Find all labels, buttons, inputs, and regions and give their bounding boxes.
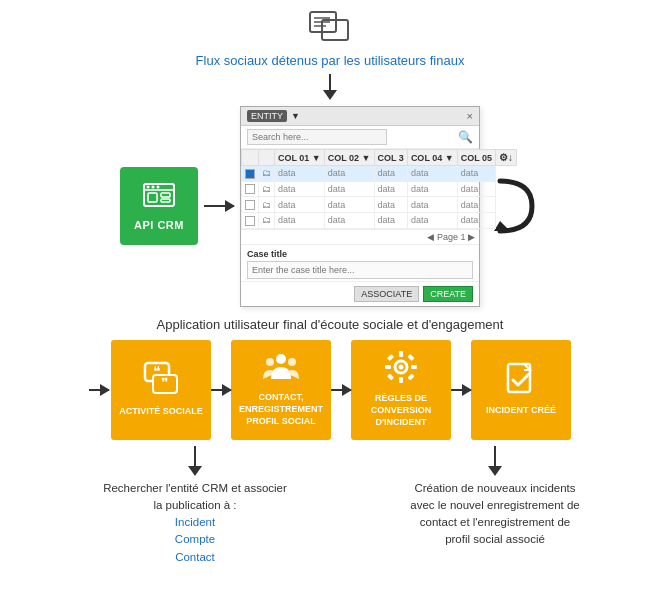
- cell-col05: data: [457, 197, 495, 213]
- case-title-label: Case title: [247, 249, 473, 259]
- case-section: Case title: [241, 244, 479, 281]
- svg-rect-29: [387, 374, 394, 381]
- flow-section: ❝ ❞ ACTIVITÉ SOCIALE: [20, 340, 640, 440]
- cell-col01: data: [275, 212, 325, 228]
- svg-point-7: [147, 186, 150, 189]
- svg-point-20: [288, 358, 296, 366]
- row-checkbox[interactable]: [242, 212, 259, 228]
- svg-rect-11: [161, 193, 170, 197]
- contact-icon: [263, 351, 299, 386]
- dialog-footer: ASSOCIATE CREATE: [241, 281, 479, 306]
- svg-rect-10: [148, 193, 157, 202]
- svg-rect-27: [387, 354, 394, 361]
- annotation-left: Rechercher l'entité CRM et associer la p…: [35, 446, 355, 566]
- svg-rect-24: [399, 377, 403, 383]
- top-section: Flux sociaux détenus par les utilisateur…: [20, 10, 640, 68]
- col-04-header[interactable]: COL 04 ▼: [407, 150, 457, 166]
- cell-col04: data: [407, 166, 457, 182]
- flow-box-contact: CONTACT, ENREGISTREMENT PROFIL SOCIAL: [231, 340, 331, 440]
- col-checkbox-header: [242, 150, 259, 166]
- flow-arrow-2: [331, 389, 351, 391]
- cell-col02: data: [324, 197, 374, 213]
- dialog-close-button[interactable]: ×: [467, 110, 473, 122]
- table-row[interactable]: 🗂 data data data data data: [242, 212, 517, 228]
- table-row[interactable]: 🗂 data data data data data: [242, 181, 517, 197]
- row-checkbox[interactable]: [242, 181, 259, 197]
- middle-section: API CRM ENTITY ▼ × 🔍: [20, 106, 640, 307]
- pagination[interactable]: ◀ Page 1 ▶: [241, 229, 479, 244]
- incident-icon: [505, 362, 537, 399]
- api-crm-icon: [143, 181, 175, 215]
- dialog-box: ENTITY ▼ × 🔍 COL 01 ▼ COL 02 ▼: [240, 106, 480, 307]
- associate-button[interactable]: ASSOCIATE: [354, 286, 419, 302]
- cell-col01: data: [275, 166, 325, 182]
- svg-rect-23: [399, 351, 403, 357]
- svg-point-8: [152, 186, 155, 189]
- top-label: Flux sociaux détenus par les utilisateur…: [196, 53, 465, 68]
- cell-col3: data: [374, 181, 407, 197]
- annotation-link-contact: Contact: [175, 551, 215, 563]
- search-icon[interactable]: 🔍: [458, 130, 473, 144]
- flow-box-incident: INCIDENT CRÉÉ: [471, 340, 571, 440]
- cell-col05: data: [457, 166, 495, 182]
- col-02-header[interactable]: COL 02 ▼: [324, 150, 374, 166]
- svg-rect-12: [161, 199, 170, 202]
- flow-box-label-incident: INCIDENT CRÉÉ: [486, 405, 556, 417]
- annotation-link-incident: Incident: [175, 516, 215, 528]
- arrow-top-to-middle: [20, 74, 640, 100]
- row-checkbox[interactable]: [242, 166, 259, 182]
- activite-sociale-icon: ❝ ❞: [143, 361, 179, 400]
- row-checkbox[interactable]: [242, 197, 259, 213]
- dialog-search-bar: 🔍: [241, 126, 479, 149]
- col-3-header[interactable]: COL 3: [374, 150, 407, 166]
- api-crm-box: API CRM: [120, 167, 198, 245]
- col-05-header: COL 05: [457, 150, 495, 166]
- flow-box-label-activite: ACTIVITÉ SOCIALE: [119, 406, 203, 418]
- cell-col02: data: [324, 181, 374, 197]
- flow-box-regles: RÈGLES DE CONVERSION D'INCIDENT: [351, 340, 451, 440]
- table-header-row: COL 01 ▼ COL 02 ▼ COL 3 COL 04 ▼ COL 05 …: [242, 150, 517, 166]
- case-title-input[interactable]: [247, 261, 473, 279]
- row-icon: 🗂: [259, 166, 275, 182]
- cell-col3: data: [374, 197, 407, 213]
- bottom-annotations: Rechercher l'entité CRM et associer la p…: [20, 446, 640, 566]
- col-icon-header: [259, 150, 275, 166]
- cell-col04: data: [407, 197, 457, 213]
- annotation-left-text: Rechercher l'entité CRM et associer la p…: [103, 480, 287, 566]
- svg-rect-26: [411, 365, 417, 369]
- arrow-crm-to-dialog: [204, 205, 234, 207]
- cell-col01: data: [275, 197, 325, 213]
- dialog-table: COL 01 ▼ COL 02 ▼ COL 3 COL 04 ▼ COL 05 …: [241, 149, 517, 229]
- svg-point-22: [399, 365, 404, 370]
- entity-badge: ENTITY: [247, 110, 287, 122]
- dialog-search-input[interactable]: [247, 129, 387, 145]
- svg-point-9: [157, 186, 160, 189]
- annotation-arrow-right: [488, 446, 502, 476]
- col-01-header[interactable]: COL 01 ▼: [275, 150, 325, 166]
- svg-rect-30: [407, 374, 414, 381]
- diagram-container: Flux sociaux détenus par les utilisateur…: [0, 0, 660, 586]
- flow-arrow-3: [451, 389, 471, 391]
- regles-icon: [384, 350, 418, 387]
- cell-col05: data: [457, 212, 495, 228]
- svg-point-18: [276, 354, 286, 364]
- svg-text:❞: ❞: [161, 376, 169, 391]
- cell-col04: data: [407, 212, 457, 228]
- flow-box-label-contact: CONTACT, ENREGISTREMENT PROFIL SOCIAL: [237, 392, 325, 427]
- svg-point-19: [266, 358, 274, 366]
- table-row[interactable]: 🗂 data data data data data: [242, 166, 517, 182]
- cell-col01: data: [275, 181, 325, 197]
- dialog-titlebar: ENTITY ▼ ×: [241, 107, 479, 126]
- create-button[interactable]: CREATE: [423, 286, 473, 302]
- entry-arrow: [89, 389, 109, 391]
- annotation-link-compte: Compte: [175, 533, 215, 545]
- social-feeds-icon: [308, 10, 352, 49]
- table-row[interactable]: 🗂 data data data data data: [242, 197, 517, 213]
- table-settings-icon[interactable]: ⚙↓: [496, 150, 517, 166]
- cell-col3: data: [374, 212, 407, 228]
- cell-col04: data: [407, 181, 457, 197]
- svg-rect-25: [385, 365, 391, 369]
- annotation-right-text: Création de nouveaux incidents avec le n…: [410, 480, 579, 549]
- dropdown-arrow-icon[interactable]: ▼: [291, 111, 300, 121]
- flow-arrow-1: [211, 389, 231, 391]
